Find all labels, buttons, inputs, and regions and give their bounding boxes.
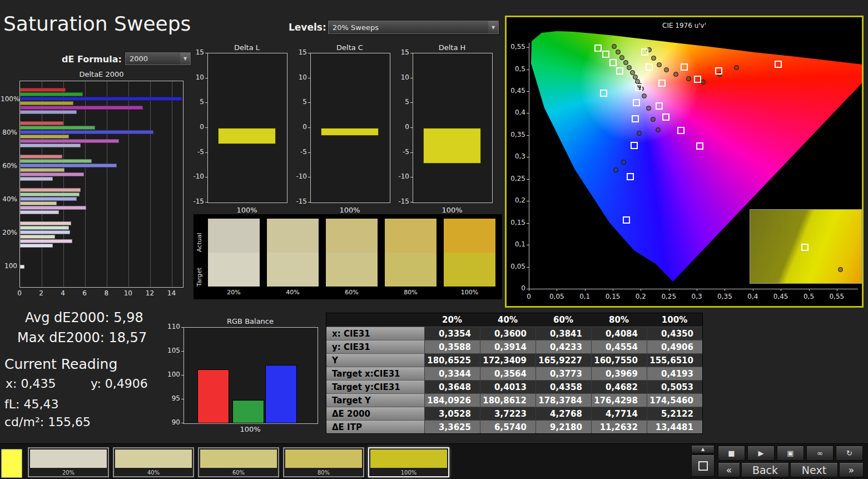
x-axis-label: 100% xyxy=(413,206,492,214)
target-marker xyxy=(594,45,602,52)
axis-tick-label: 0,15 xyxy=(507,219,525,226)
axis-tick-label: 0,2 xyxy=(507,196,525,204)
de-bar xyxy=(20,188,81,192)
axis-tick-label: 90 xyxy=(166,418,180,426)
tick xyxy=(527,135,529,136)
tick xyxy=(527,179,529,180)
de-formula-label: dE Formula: xyxy=(62,54,122,65)
target-marker xyxy=(623,216,630,224)
pattern-icon[interactable]: ▣ xyxy=(777,446,804,461)
test-patch-20%[interactable]: 20% xyxy=(28,447,109,477)
axis-tick-label: -5 xyxy=(395,148,409,156)
target-marker xyxy=(627,173,634,180)
target-marker xyxy=(662,113,669,121)
loop-icon[interactable]: ∞ xyxy=(806,446,834,461)
axis-tick-label: -10 xyxy=(395,172,409,180)
de-bar xyxy=(20,88,66,92)
measurement-dot xyxy=(612,44,617,49)
stop-pattern-button[interactable] xyxy=(691,455,715,477)
table-cell: 3,0528 xyxy=(424,407,480,420)
axis-tick-label: 0,55 xyxy=(826,293,848,300)
table-cell: 0,3841 xyxy=(535,327,591,340)
test-patch-80%[interactable]: 80% xyxy=(283,447,364,477)
de-formula-select[interactable]: 2000 ▼ xyxy=(125,52,191,66)
axis-tick-label: 6 xyxy=(82,289,87,297)
levels-select[interactable]: 20% Sweeps ▼ xyxy=(328,20,499,34)
rgb-balance-chart: RGB Balance1101051009590100% xyxy=(166,317,318,435)
refresh-icon[interactable]: ↻ xyxy=(836,446,863,461)
table-cell: 13,4481 xyxy=(647,420,702,433)
target-marker xyxy=(775,61,782,68)
stop-icon[interactable]: ■ xyxy=(718,446,745,461)
table-cell: 11,2632 xyxy=(591,420,647,433)
test-patch-60%[interactable]: 60% xyxy=(198,447,279,477)
test-patch-40%[interactable]: 40% xyxy=(113,447,194,477)
chevron-down-icon[interactable]: ▼ xyxy=(180,53,190,65)
delta-l-chart: Delta L151050-5-10-15100% xyxy=(190,43,286,211)
axis-tick-label: 14 xyxy=(167,289,176,297)
table-cell: 180,6525 xyxy=(424,353,480,367)
tick xyxy=(527,157,529,157)
forward-button[interactable]: » xyxy=(839,462,864,477)
delta-bar xyxy=(218,128,276,144)
axis-tick-label: 95 xyxy=(166,394,180,402)
scroll-up-button[interactable]: ▲ xyxy=(691,445,715,453)
table-cell: 0,3600 xyxy=(480,327,535,340)
table-cell: 0,3588 xyxy=(424,340,480,353)
table-cell: 0,3648 xyxy=(424,380,480,393)
current-reading-label: Current Reading xyxy=(4,356,117,372)
table-cell: 0,4358 xyxy=(535,380,591,393)
axis-tick-label: 0,45 xyxy=(770,293,792,300)
de-bar xyxy=(20,130,153,134)
measurement-dot xyxy=(646,106,651,111)
target-marker xyxy=(801,244,809,251)
reading-fl: fL: 45,43 xyxy=(4,397,58,411)
tick xyxy=(527,91,529,92)
max-de2000: Max dE2000: 18,57 xyxy=(17,330,147,345)
axis-tick-label: 10 xyxy=(190,73,204,81)
chevron-down-icon[interactable]: ▼ xyxy=(488,21,498,33)
next-button[interactable]: Next xyxy=(790,462,838,477)
axis-tick-label: 0,15 xyxy=(602,293,624,300)
target-marker xyxy=(602,51,609,58)
test-patch-100%[interactable]: 100% xyxy=(368,447,449,477)
tick xyxy=(669,289,669,291)
target-marker xyxy=(656,102,663,110)
axis-tick-label: -15 xyxy=(395,197,409,205)
axis-tick-label: 8 xyxy=(104,289,108,297)
patch-color xyxy=(285,450,362,468)
de-bar xyxy=(20,92,83,96)
tick xyxy=(308,202,310,203)
measurement-dot xyxy=(627,65,632,70)
axis-tick-label: 10 xyxy=(395,73,409,81)
measurement-dot xyxy=(619,55,624,60)
avg-de2000: Avg dE2000: 5,98 xyxy=(25,310,143,325)
plot-area xyxy=(413,53,493,203)
patch-label: 40% xyxy=(114,470,193,476)
row-label: Target y:CIE31 xyxy=(326,380,424,393)
de-bar xyxy=(20,135,69,139)
tick xyxy=(308,127,310,128)
chart-title: RGB Balance xyxy=(183,317,317,325)
de-bar xyxy=(20,159,92,163)
patch-color xyxy=(200,450,277,468)
table-cell: 0,4554 xyxy=(591,340,647,353)
gridline xyxy=(107,81,107,287)
de-bar xyxy=(20,168,65,172)
target-swatch xyxy=(385,253,437,287)
play-icon[interactable]: ▶ xyxy=(747,446,775,461)
axis-tick-label: 0,4 xyxy=(507,108,525,116)
tick xyxy=(205,152,207,153)
tick xyxy=(205,78,207,78)
axis-tick-label: 0,1 xyxy=(507,240,525,248)
deltae-x-axis: 02468101214 xyxy=(19,289,183,298)
tick xyxy=(529,289,529,291)
current-color-swatch xyxy=(1,449,22,478)
reading-cdm2: cd/m²: 155,65 xyxy=(4,415,91,429)
column-header xyxy=(326,313,424,327)
table-cell: 0,4193 xyxy=(647,367,702,380)
prev-button[interactable]: « xyxy=(718,462,740,477)
back-button[interactable]: Back xyxy=(741,462,789,477)
de-bar xyxy=(20,110,77,114)
tick xyxy=(410,152,413,153)
